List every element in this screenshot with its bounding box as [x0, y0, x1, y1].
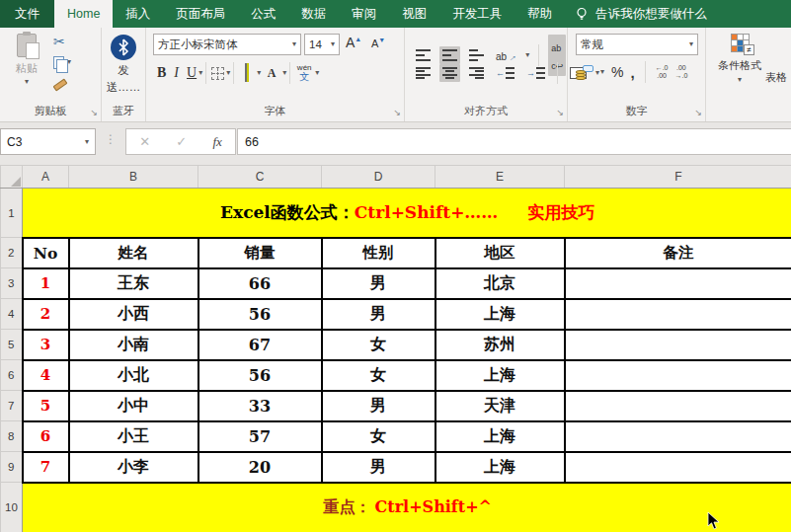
cell[interactable]: 57: [198, 421, 322, 452]
cell[interactable]: 北京: [435, 268, 565, 299]
accounting-dropdown-icon[interactable]: [600, 68, 604, 76]
tab-file[interactable]: 文件: [0, 0, 54, 28]
row-header-2[interactable]: 2: [1, 238, 23, 268]
row-header-9[interactable]: 9: [1, 452, 23, 483]
row-header-5[interactable]: 5: [1, 330, 23, 360]
number-dialog-launcher-icon[interactable]: ↘: [694, 109, 702, 117]
formula-input[interactable]: 66: [237, 128, 791, 155]
italic-button[interactable]: I: [174, 65, 179, 81]
cell[interactable]: 男: [322, 452, 435, 483]
cell[interactable]: 小北: [69, 360, 198, 391]
accounting-format-button[interactable]: [576, 65, 593, 80]
cell[interactable]: 7: [23, 452, 69, 483]
cell[interactable]: 小中: [69, 391, 198, 421]
col-header-C[interactable]: C: [198, 166, 322, 189]
font-color-dropdown-icon[interactable]: [282, 69, 286, 77]
cell[interactable]: [565, 330, 791, 360]
borders-icon[interactable]: [211, 67, 224, 80]
underline-button[interactable]: U: [187, 65, 197, 81]
paste-dropdown-icon[interactable]: [6, 78, 47, 86]
phonetic-guide-button[interactable]: wén 文: [295, 64, 313, 82]
tab-data[interactable]: 数据: [288, 0, 339, 28]
cell[interactable]: 56: [198, 360, 322, 391]
cell-header-name[interactable]: 姓名: [69, 238, 198, 268]
cell-top-banner[interactable]: Excel函数公式：Ctrl+Shift+……实用技巧: [23, 189, 791, 238]
align-left-button[interactable]: [413, 64, 434, 82]
decrease-indent-button[interactable]: ←: [493, 64, 517, 82]
cut-button[interactable]: [53, 34, 71, 49]
cell[interactable]: 上海: [435, 421, 565, 452]
phonetic-dropdown-icon[interactable]: [315, 69, 319, 77]
grow-font-button[interactable]: A▲: [346, 35, 361, 50]
cell[interactable]: 33: [198, 391, 322, 421]
comma-style-button[interactable]: ,: [630, 64, 634, 81]
cell[interactable]: 1: [23, 268, 69, 299]
cell[interactable]: 小南: [69, 330, 198, 360]
conditional-formatting-button[interactable]: ≠ 条件格式: [714, 34, 765, 84]
borders-dropdown-icon[interactable]: [226, 69, 230, 77]
row-header-6[interactable]: 6: [1, 360, 23, 391]
cell[interactable]: 上海: [435, 452, 565, 483]
cell[interactable]: 小王: [69, 421, 198, 452]
col-header-A[interactable]: A: [23, 166, 69, 189]
font-color-button[interactable]: A: [264, 67, 279, 79]
font-size-combobox[interactable]: 14: [304, 34, 340, 55]
cell-C3-selected[interactable]: 66: [198, 268, 322, 299]
row-header-3[interactable]: 3: [1, 268, 23, 299]
alignment-dialog-launcher-icon[interactable]: ↘: [556, 109, 564, 117]
enter-button[interactable]: ✓: [176, 134, 187, 149]
increase-decimal-button[interactable]: .00→.0: [674, 64, 687, 81]
number-format-combobox[interactable]: 常规: [576, 34, 698, 55]
cell[interactable]: 2: [23, 299, 69, 330]
cell[interactable]: 67: [198, 330, 322, 360]
tab-formulas[interactable]: 公式: [238, 0, 288, 28]
tab-insert[interactable]: 插入: [113, 0, 163, 28]
copy-button[interactable]: [53, 54, 71, 70]
tab-review[interactable]: 审阅: [339, 0, 389, 28]
row-header-7[interactable]: 7: [1, 391, 23, 421]
cell[interactable]: 56: [198, 299, 322, 330]
font-dialog-launcher-icon[interactable]: ↘: [393, 109, 401, 117]
row-header-4[interactable]: 4: [1, 299, 23, 330]
row-header-8[interactable]: 8: [1, 421, 23, 452]
cell[interactable]: 小西: [69, 299, 198, 330]
cell[interactable]: [565, 421, 791, 452]
shrink-font-button[interactable]: A▼: [371, 37, 385, 49]
cell[interactable]: 上海: [435, 360, 565, 391]
cell-header-remark[interactable]: 备注: [565, 238, 791, 268]
tell-me-search[interactable]: 告诉我你想要做什么: [575, 0, 707, 28]
font-name-combobox[interactable]: 方正小标宋简体: [153, 34, 301, 55]
decrease-decimal-button[interactable]: ←.0.00: [656, 64, 669, 81]
cell[interactable]: [565, 452, 791, 483]
cell[interactable]: 5: [23, 391, 69, 421]
bold-button[interactable]: B: [157, 65, 166, 81]
row-header-1[interactable]: 1: [1, 189, 23, 238]
tab-help[interactable]: 帮助: [514, 0, 565, 28]
cell[interactable]: 女: [322, 360, 435, 391]
cancel-button[interactable]: ✕: [139, 134, 150, 149]
cell[interactable]: 上海: [435, 299, 565, 330]
cell[interactable]: 20: [198, 452, 322, 483]
formula-bar-handle[interactable]: ⋮: [105, 132, 117, 146]
cell[interactable]: 王东: [69, 268, 198, 299]
tab-home[interactable]: Home: [54, 0, 113, 28]
cell[interactable]: [565, 391, 791, 421]
cell[interactable]: 男: [322, 299, 435, 330]
format-painter-button[interactable]: [53, 75, 71, 91]
cell-header-gender[interactable]: 性别: [322, 238, 435, 268]
name-box[interactable]: C3: [0, 128, 96, 155]
cell[interactable]: 小李: [69, 452, 198, 483]
underline-dropdown-icon[interactable]: [198, 69, 202, 77]
percent-style-button[interactable]: %: [611, 64, 623, 80]
cell[interactable]: 苏州: [435, 330, 565, 360]
tab-view[interactable]: 视图: [389, 0, 439, 28]
col-header-D[interactable]: D: [322, 166, 435, 189]
tab-page-layout[interactable]: 页面布局: [163, 0, 238, 28]
cell-header-no[interactable]: No: [23, 238, 69, 268]
cell[interactable]: 6: [23, 421, 69, 452]
align-right-button[interactable]: [466, 64, 487, 82]
bluetooth-send-button[interactable]: 发 送……: [102, 35, 145, 95]
cell[interactable]: 女: [322, 421, 435, 452]
cell[interactable]: 女: [322, 330, 435, 360]
cell[interactable]: 3: [23, 330, 69, 360]
